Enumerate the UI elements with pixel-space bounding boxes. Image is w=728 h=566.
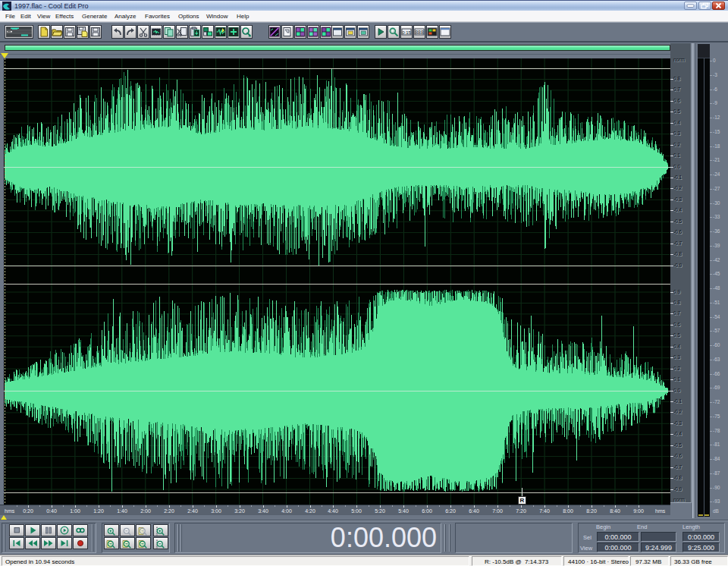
svg-text:888: 888: [415, 30, 424, 35]
svg-text:0:15: 0:15: [402, 30, 411, 35]
